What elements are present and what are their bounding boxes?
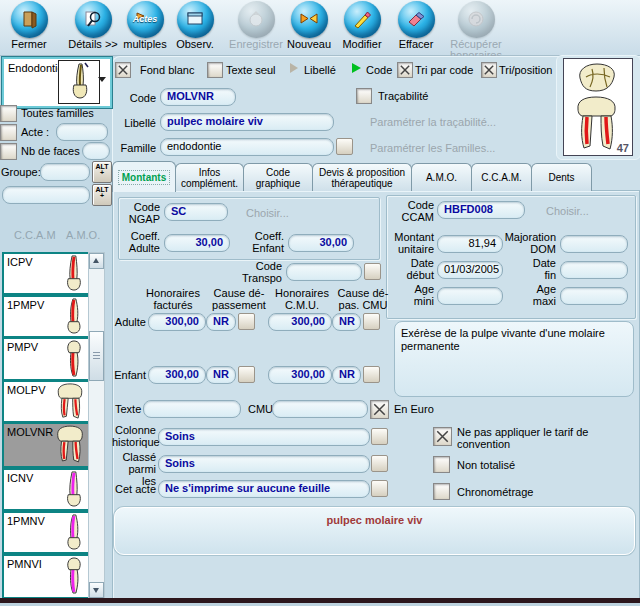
date-fin-field[interactable] bbox=[560, 261, 628, 279]
list-item-molvnr[interactable]: MOLVNR bbox=[2, 422, 90, 468]
chronometrage-checkbox[interactable] bbox=[433, 483, 450, 500]
acte-field[interactable] bbox=[56, 123, 108, 141]
code-transpo-button[interactable] bbox=[364, 263, 381, 280]
ccam-choisir-link[interactable]: Choisir... bbox=[546, 205, 589, 217]
family-combo[interactable]: Endodontie bbox=[2, 57, 112, 108]
scroll-down-button[interactable] bbox=[89, 582, 104, 598]
adulte-cause-cmu-field[interactable]: NR bbox=[332, 313, 361, 331]
libelle-label: Libellé bbox=[304, 64, 336, 76]
en-euro-label: En Euro bbox=[394, 403, 434, 415]
enfant-cause-cmu-button[interactable] bbox=[363, 366, 380, 383]
coeff-enfant-field[interactable]: 30,00 bbox=[288, 234, 354, 252]
enfant-cause-field[interactable]: NR bbox=[206, 366, 236, 384]
magnifier-icon bbox=[75, 1, 112, 38]
cmu-field[interactable] bbox=[272, 400, 368, 418]
tri-position-checkbox[interactable] bbox=[481, 62, 497, 78]
famille-field[interactable]: endodontie bbox=[160, 138, 334, 156]
tooth-preview: 47 bbox=[563, 58, 633, 156]
cet-acte-field[interactable]: Ne s'imprime sur aucune feuille bbox=[158, 480, 370, 498]
famille-picker-button[interactable] bbox=[336, 138, 353, 155]
ngap-choisir-link[interactable]: Choisir... bbox=[246, 207, 289, 219]
list-item-icnv[interactable]: ICNV bbox=[2, 468, 90, 511]
list-item-1pmpv[interactable]: 1PMPV bbox=[2, 295, 90, 338]
groupe2-field[interactable] bbox=[2, 186, 90, 204]
enfant-cause-cmu-field[interactable]: NR bbox=[332, 366, 361, 384]
list-item-icpv[interactable]: ICPV bbox=[2, 252, 90, 295]
actes-multiples-button[interactable]: Actes multiples bbox=[117, 1, 173, 50]
list-item-pmnvi[interactable]: PMNVI bbox=[2, 554, 90, 599]
toutes-familles-checkbox[interactable] bbox=[0, 105, 17, 122]
age-maxi-field[interactable] bbox=[560, 287, 628, 305]
tab-devis-proposition[interactable]: Devis & proposition thérapeutique bbox=[312, 163, 412, 191]
adulte-cause-field[interactable]: NR bbox=[206, 313, 236, 331]
new-button[interactable]: Nouveau bbox=[282, 1, 336, 50]
texte-field[interactable] bbox=[143, 400, 241, 418]
adulte-cause-button[interactable] bbox=[238, 313, 255, 330]
age-mini-field[interactable] bbox=[437, 287, 503, 305]
age-mini-label: Age mini bbox=[394, 283, 434, 307]
adulte-cmu-field[interactable]: 300,00 bbox=[268, 313, 332, 331]
groupe2-alt-button[interactable]: ALT + bbox=[92, 184, 112, 206]
erase-button[interactable]: Effacer bbox=[389, 1, 443, 50]
scroll-up-button[interactable] bbox=[89, 253, 104, 269]
tab-amo[interactable]: A.M.O. bbox=[411, 163, 472, 191]
enfant-cause-button[interactable] bbox=[238, 366, 255, 383]
combo-dropdown-icon[interactable] bbox=[98, 77, 106, 82]
code-transpo-field[interactable] bbox=[286, 263, 362, 281]
code-ngap-field[interactable]: SC bbox=[164, 203, 228, 221]
nb-faces-field[interactable] bbox=[82, 142, 110, 160]
param-familles-link[interactable]: Paramétrer les Familles... bbox=[370, 142, 495, 154]
tri-par-code-checkbox[interactable] bbox=[397, 62, 413, 78]
coeff-adulte-field[interactable]: 30,00 bbox=[164, 234, 230, 252]
param-tracabilite-link[interactable]: Paramétrer la traçabilité... bbox=[370, 116, 496, 128]
colonne-historique-field[interactable]: Soins bbox=[158, 428, 370, 446]
tarif-convention-checkbox[interactable] bbox=[433, 427, 452, 446]
code-ccam-field[interactable]: HBFD008 bbox=[437, 201, 525, 219]
en-euro-checkbox[interactable] bbox=[370, 400, 389, 419]
scrollbar-thumb[interactable] bbox=[89, 331, 104, 381]
chronometrage-label: Chronométrage bbox=[457, 486, 533, 498]
tab-dents[interactable]: Dents bbox=[531, 163, 592, 191]
pencil-icon bbox=[344, 1, 381, 38]
code-arrow-icon bbox=[352, 63, 361, 73]
libelle-field[interactable]: pulpec molaire viv bbox=[160, 113, 334, 131]
adulte-honoraires-field[interactable]: 300,00 bbox=[148, 313, 206, 331]
classe-parmi-button[interactable] bbox=[371, 455, 388, 472]
montant-unitaire-field[interactable]: 81,94 bbox=[437, 235, 503, 253]
eraser-icon bbox=[398, 1, 435, 38]
tab-code-graphique[interactable]: Code graphique bbox=[243, 163, 313, 191]
tri-position-label: Tri/position bbox=[499, 64, 552, 76]
date-debut-field[interactable]: 01/03/2005 bbox=[437, 261, 503, 279]
list-item-pmpv[interactable]: PMPV bbox=[2, 337, 90, 381]
tab-montants[interactable]: Montants bbox=[112, 161, 176, 192]
acte-checkbox[interactable] bbox=[0, 124, 17, 141]
colonne-historique-button[interactable] bbox=[371, 428, 388, 445]
enfant-cmu-field[interactable]: 300,00 bbox=[268, 366, 332, 384]
observations-button[interactable]: Observ. bbox=[167, 1, 223, 50]
non-totalise-checkbox[interactable] bbox=[433, 456, 450, 473]
recover-fees-button[interactable]: Récupérer honoraires bbox=[440, 1, 512, 61]
code-field[interactable]: MOLVNR bbox=[160, 88, 236, 106]
tooth-number: 47 bbox=[617, 142, 629, 154]
enfant-honoraires-field[interactable]: 300,00 bbox=[148, 366, 206, 384]
tab-ccam[interactable]: C.C.A.M. bbox=[471, 163, 532, 191]
adulte-cause-cmu-button[interactable] bbox=[363, 313, 380, 330]
groupe-alt-button[interactable]: ALT + bbox=[92, 161, 112, 183]
family-combo-value: Endodontie bbox=[8, 62, 64, 74]
cet-acte-button[interactable] bbox=[371, 480, 388, 497]
close-button[interactable]: Fermer bbox=[2, 1, 56, 50]
sidebar-scrollbar[interactable] bbox=[88, 252, 105, 599]
texte-seul-checkbox[interactable] bbox=[207, 62, 223, 78]
footer-act-label: pulpec molaire viv bbox=[114, 507, 635, 555]
save-button[interactable]: Enregistrer bbox=[226, 1, 286, 50]
list-item-molpv[interactable]: MOLPV bbox=[2, 380, 90, 423]
fond-blanc-checkbox[interactable] bbox=[115, 62, 131, 78]
classe-parmi-field[interactable]: Soins bbox=[158, 455, 370, 473]
modify-button[interactable]: Modifier bbox=[334, 1, 390, 50]
tab-infos-complement[interactable]: Infos complément. bbox=[175, 163, 244, 191]
tracabilite-checkbox[interactable] bbox=[356, 88, 372, 104]
list-item-1pmnv[interactable]: 1PMNV bbox=[2, 511, 90, 554]
majoration-dom-field[interactable] bbox=[560, 235, 628, 253]
groupe-field[interactable] bbox=[40, 163, 90, 181]
nb-faces-checkbox[interactable] bbox=[0, 143, 17, 160]
